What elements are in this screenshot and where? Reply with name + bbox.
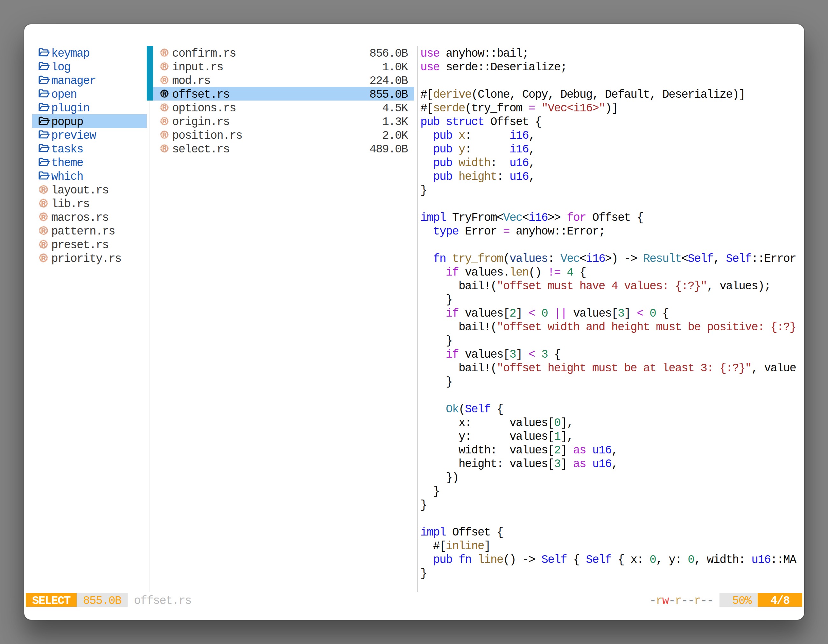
svg-text:R: R bbox=[162, 91, 166, 97]
svg-text:R: R bbox=[41, 255, 45, 262]
svg-text:R: R bbox=[162, 77, 166, 83]
svg-text:R: R bbox=[41, 227, 45, 234]
svg-text:R: R bbox=[162, 50, 166, 56]
svg-text:R: R bbox=[162, 104, 166, 111]
svg-text:R: R bbox=[41, 200, 45, 207]
svg-text:R: R bbox=[41, 241, 45, 248]
svg-text:R: R bbox=[162, 132, 166, 138]
svg-text:R: R bbox=[41, 186, 45, 193]
svg-text:R: R bbox=[162, 146, 166, 152]
svg-text:R: R bbox=[162, 118, 166, 124]
svg-text:R: R bbox=[41, 213, 45, 221]
svg-text:R: R bbox=[162, 63, 166, 70]
